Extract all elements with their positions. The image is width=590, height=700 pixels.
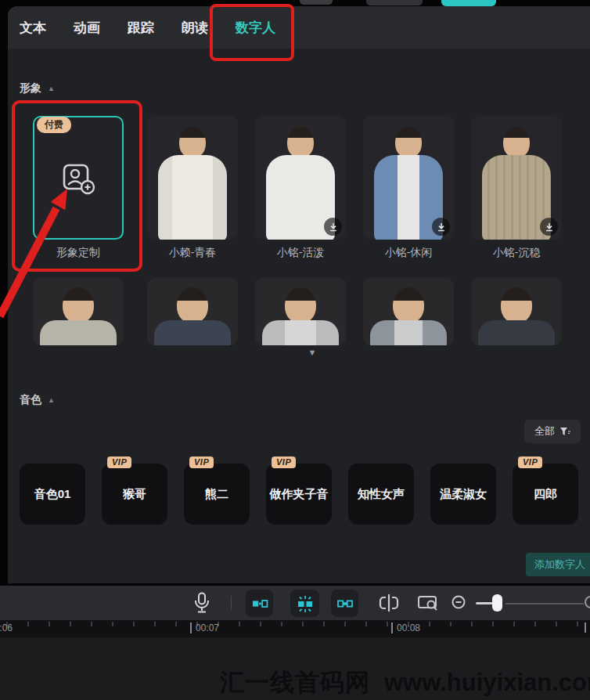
avatar-card[interactable] <box>471 278 562 345</box>
avatar-card-label: 小铭-沉稳 <box>471 246 562 260</box>
ruler-end-tick <box>585 622 586 633</box>
collapse-up-icon[interactable]: ▲ <box>48 85 55 92</box>
vip-badge: VIP <box>107 456 131 468</box>
vip-badge: VIP <box>272 456 296 468</box>
avatar-card-wrap <box>255 278 346 345</box>
avatar-card-wrap <box>471 278 562 345</box>
avatar-image <box>147 116 238 240</box>
collapse-up-icon[interactable]: ▲ <box>48 396 55 404</box>
app-screen: 文本 动画 跟踪 朗读 数字人 形象 ▲ 付费 <box>0 0 590 700</box>
avatar-card-wrap: 小铭-沉稳 <box>471 116 562 260</box>
preview-search-icon[interactable] <box>417 594 439 612</box>
voice-item[interactable]: 知性女声 <box>348 464 414 525</box>
top-cropped-button-2[interactable] <box>366 0 423 5</box>
download-icon[interactable] <box>324 218 342 236</box>
voice-item[interactable]: VIP 熊二 <box>184 464 250 525</box>
voice-label: 音色01 <box>34 487 71 502</box>
top-cropped-export-button[interactable] <box>441 0 496 6</box>
avatar-card-wrap: 小铭-活泼 <box>255 116 346 260</box>
clip-tool-split-flash-button[interactable] <box>290 590 319 617</box>
appearance-title: 形象 <box>20 81 41 96</box>
timeline-toolbar <box>0 586 590 620</box>
split-clip-icon[interactable] <box>379 594 399 612</box>
voice-label: 猴哥 <box>123 487 146 502</box>
filter-label: 全部 <box>534 424 555 438</box>
watermark: 汇一线首码网www.huiyixian.com <box>220 666 590 699</box>
voice-label: 做作夹子音 <box>270 487 329 502</box>
voice-item[interactable]: 音色01 <box>20 464 85 525</box>
avatar-card[interactable] <box>255 278 346 345</box>
voice-item[interactable]: VIP 猴哥 <box>102 464 167 525</box>
voice-item[interactable]: 温柔淑女 <box>430 464 496 525</box>
vip-badge: VIP <box>189 456 214 468</box>
timeline-ruler[interactable]: 00:06 00:07 00:08 <box>0 620 590 637</box>
clip-tool-link-button[interactable] <box>331 590 358 617</box>
avatar-card[interactable] <box>147 278 238 345</box>
timeline-zoom-slider-track[interactable] <box>505 603 584 604</box>
link-clip-icon <box>336 597 354 611</box>
voice-item[interactable]: VIP 四郎 <box>513 464 578 525</box>
toolbar-divider <box>231 596 232 610</box>
avatar-card[interactable] <box>363 116 454 240</box>
top-cropped-button-1[interactable] <box>300 0 333 5</box>
tab-text[interactable]: 文本 <box>20 19 46 37</box>
avatar-card-wrap <box>147 278 238 345</box>
digital-human-panel: 文本 动画 跟踪 朗读 数字人 形象 ▲ 付费 <box>8 6 590 583</box>
avatar-card-label: 小铭-活泼 <box>255 246 346 260</box>
avatar-image <box>255 278 346 345</box>
avatar-card-wrap <box>363 278 454 345</box>
panel-tabbar: 文本 动画 跟踪 朗读 数字人 <box>8 6 590 49</box>
ruler-timestamp: 00:06 <box>0 622 13 633</box>
tab-reading[interactable]: 朗读 <box>182 19 208 37</box>
filter-icon <box>559 427 570 437</box>
annotation-box-tab <box>210 4 294 61</box>
avatar-image <box>147 278 238 345</box>
avatar-card[interactable] <box>255 116 346 240</box>
timeline-track-area: 汇一线首码网www.huiyixian.com <box>0 637 590 700</box>
zoom-out-icon[interactable] <box>451 594 469 612</box>
freeze-frame-icon <box>251 597 268 611</box>
voice-label: 知性女声 <box>358 487 405 502</box>
record-voiceover-icon[interactable] <box>193 592 210 614</box>
expand-more-icon[interactable]: ▼ <box>297 348 328 357</box>
tab-animation[interactable]: 动画 <box>74 19 100 37</box>
ruler-timestamp: 00:08 <box>391 622 420 633</box>
avatar-image <box>363 278 454 345</box>
watermark-url: www.huiyixian.com <box>384 669 590 696</box>
annotation-arrow <box>0 179 78 319</box>
avatar-card[interactable] <box>363 278 454 345</box>
voice-item[interactable]: VIP 做作夹子音 <box>266 464 332 525</box>
avatar-card-wrap: 小铭-休闲 <box>363 116 454 260</box>
add-digital-human-button[interactable]: 添加数字人 <box>526 553 590 576</box>
avatar-card-label: 小赖-青春 <box>147 246 238 260</box>
watermark-site-name: 汇一线首码网 <box>220 669 370 696</box>
avatar-card[interactable] <box>147 116 238 240</box>
clip-tool-freeze-button[interactable] <box>246 590 273 617</box>
voice-title: 音色 <box>20 393 41 407</box>
avatar-image <box>471 278 562 345</box>
voice-label: 四郎 <box>534 487 557 502</box>
download-icon[interactable] <box>432 218 450 236</box>
voice-label: 熊二 <box>205 487 228 502</box>
zoom-in-icon[interactable] <box>585 596 590 608</box>
avatar-card[interactable] <box>471 116 562 240</box>
appearance-section-header: 形象 ▲ <box>20 81 55 96</box>
avatar-card-wrap: 小赖-青春 <box>147 116 238 260</box>
tab-tracking[interactable]: 跟踪 <box>128 19 154 37</box>
ruler-ticks <box>6 622 590 626</box>
smart-split-icon <box>296 595 315 612</box>
voice-label: 温柔淑女 <box>440 487 487 502</box>
download-icon[interactable] <box>540 218 558 236</box>
vip-badge: VIP <box>518 456 542 468</box>
timeline-zoom-slider-handle[interactable] <box>492 594 502 612</box>
ruler-timestamp: 00:07 <box>190 622 219 633</box>
avatar-card-label: 小铭-休闲 <box>363 246 454 260</box>
voice-filter-button[interactable]: 全部 <box>524 420 581 443</box>
voice-section-header: 音色 ▲ <box>20 393 55 407</box>
